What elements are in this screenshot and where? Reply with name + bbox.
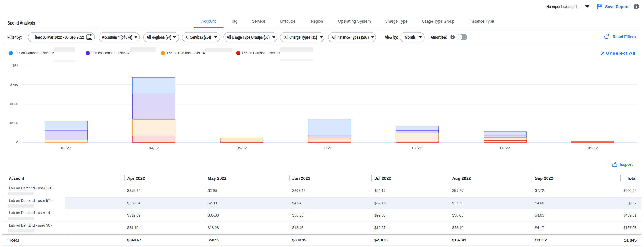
svg-text:0: 0 (16, 140, 18, 144)
svg-text:Apr 2022: Apr 2022 (127, 176, 145, 181)
svg-text:All Instance Types (507): All Instance Types (507) (332, 35, 369, 40)
svg-text:Usage Type Group: Usage Type Group (422, 19, 454, 24)
svg-text:Account: Account (9, 176, 24, 181)
svg-text:$38.63: $38.63 (452, 213, 463, 217)
svg-text:$660.95: $660.95 (623, 189, 636, 193)
svg-text:$1,845: $1,845 (624, 238, 636, 243)
svg-text:$2.39: $2.39 (208, 201, 217, 205)
svg-text:$328.64: $328.64 (127, 201, 140, 205)
svg-text:$250: $250 (10, 121, 18, 125)
svg-text:Total: Total (627, 176, 636, 181)
svg-text:$41.43: $41.43 (292, 201, 303, 205)
svg-text:08/22: 08/22 (500, 146, 510, 150)
svg-text:All Usage Type Groups (68): All Usage Type Groups (68) (227, 35, 270, 40)
svg-text:Lab on Demand - user 50: Lab on Demand - user 50 (242, 51, 280, 55)
svg-text:Lab on Demand - user 57 -: Lab on Demand - user 57 - (9, 199, 52, 203)
svg-text:$25.40: $25.40 (452, 226, 463, 230)
svg-text:May 2022: May 2022 (208, 176, 226, 181)
svg-text:09/22: 09/22 (588, 146, 598, 150)
svg-text:$557: $557 (628, 201, 636, 205)
svg-text:Month: Month (405, 35, 415, 40)
svg-text:$99.35: $99.35 (374, 213, 386, 217)
svg-text:Save Report: Save Report (605, 4, 629, 9)
svg-text:Spend Analysis: Spend Analysis (8, 20, 35, 25)
svg-text:$300.95: $300.95 (292, 238, 306, 242)
svg-text:All Charge Types (11): All Charge Types (11) (284, 35, 317, 40)
svg-text:$35.30: $35.30 (208, 213, 219, 217)
svg-text:$210.32: $210.32 (374, 238, 388, 242)
svg-text:Jun 2022: Jun 2022 (292, 176, 310, 181)
svg-text:$459.61: $459.61 (623, 213, 636, 217)
svg-text:Charge Type: Charge Type (385, 19, 408, 24)
svg-text:$36.66: $36.66 (292, 213, 303, 217)
svg-text:$840.67: $840.67 (127, 238, 141, 242)
svg-text:Export: Export (620, 162, 633, 167)
svg-text:Service: Service (252, 19, 265, 24)
svg-text:$2.95: $2.95 (208, 189, 217, 193)
svg-text:Lab on Demand - user 57: Lab on Demand - user 57 (92, 51, 130, 55)
svg-text:Lab on Demand - user 14 -: Lab on Demand - user 14 - (9, 211, 52, 215)
svg-text:Reset Filters: Reset Filters (613, 34, 636, 39)
svg-text:$1k: $1k (12, 63, 18, 67)
svg-text:View by:: View by: (385, 34, 398, 40)
svg-text:$15.45: $15.45 (292, 226, 303, 230)
svg-text:Tag: Tag (231, 19, 238, 24)
svg-text:Filter by:: Filter by: (8, 34, 22, 40)
svg-text:$137.49: $137.49 (452, 238, 466, 242)
svg-text:04/22: 04/22 (149, 146, 159, 150)
svg-text:Total: Total (9, 238, 19, 243)
svg-text:Sep 2022: Sep 2022 (535, 176, 553, 181)
svg-text:$212.59: $212.59 (127, 213, 140, 217)
svg-text:Lifecycle: Lifecycle (280, 19, 296, 24)
svg-text:$4.17: $4.17 (535, 226, 544, 230)
svg-text:03/22: 03/22 (61, 146, 71, 150)
svg-text:$207.42: $207.42 (292, 189, 306, 193)
svg-text:All Services (254): All Services (254) (186, 35, 211, 40)
svg-text:Instance Type: Instance Type (470, 19, 494, 24)
svg-text:$37.18: $37.18 (374, 201, 386, 205)
svg-text:Lab on Demand - user 136 -: Lab on Demand - user 136 - (9, 186, 54, 190)
svg-text:07/22: 07/22 (412, 146, 422, 150)
svg-text:$500: $500 (10, 102, 18, 106)
svg-text:Lab on Demand - user 14: Lab on Demand - user 14 (167, 51, 205, 55)
svg-text:$18.28: $18.28 (208, 226, 219, 230)
svg-text:Region: Region (311, 19, 323, 24)
svg-text:Time: 06 Mar 2022 - 06 Sep 202: Time: 06 Mar 2022 - 06 Sep 2022 (33, 35, 84, 40)
svg-text:No report selected...: No report selected... (546, 4, 580, 9)
svg-text:Accounts 4 (of 674): Accounts 4 (of 674) (102, 35, 132, 40)
svg-text:06/22: 06/22 (324, 146, 334, 150)
svg-text:Amortized: Amortized (430, 34, 447, 40)
svg-text:Operating System: Operating System (338, 19, 371, 24)
svg-text:$84.10: $84.10 (127, 226, 138, 230)
svg-text:$215.34: $215.34 (127, 189, 140, 193)
svg-text:Lab on Demand - user 50 -: Lab on Demand - user 50 - (9, 223, 52, 227)
svg-text:$20.02: $20.02 (535, 238, 547, 242)
svg-text:$4.08: $4.08 (535, 201, 544, 205)
svg-text:Jul 2022: Jul 2022 (374, 176, 391, 181)
svg-text:Lab on Demand - user 136: Lab on Demand - user 136 (15, 51, 54, 55)
svg-text:$58.92: $58.92 (208, 238, 220, 242)
svg-text:$21.70: $21.70 (452, 201, 463, 205)
svg-text:Unselect All: Unselect All (606, 51, 635, 56)
svg-text:$51.76: $51.76 (452, 189, 463, 193)
svg-text:$750: $750 (10, 83, 18, 86)
svg-text:All Regions (24): All Regions (24) (147, 35, 171, 40)
svg-text:Account: Account (201, 19, 216, 24)
svg-text:$167.08: $167.08 (623, 226, 636, 230)
svg-text:05/22: 05/22 (237, 146, 247, 150)
svg-text:$7.72: $7.72 (535, 189, 544, 193)
svg-text:Aug 2022: Aug 2022 (452, 176, 471, 181)
svg-text:$54.11: $54.11 (374, 189, 386, 193)
svg-text:$4.05: $4.05 (535, 213, 544, 217)
svg-text:$19.67: $19.67 (374, 226, 386, 230)
